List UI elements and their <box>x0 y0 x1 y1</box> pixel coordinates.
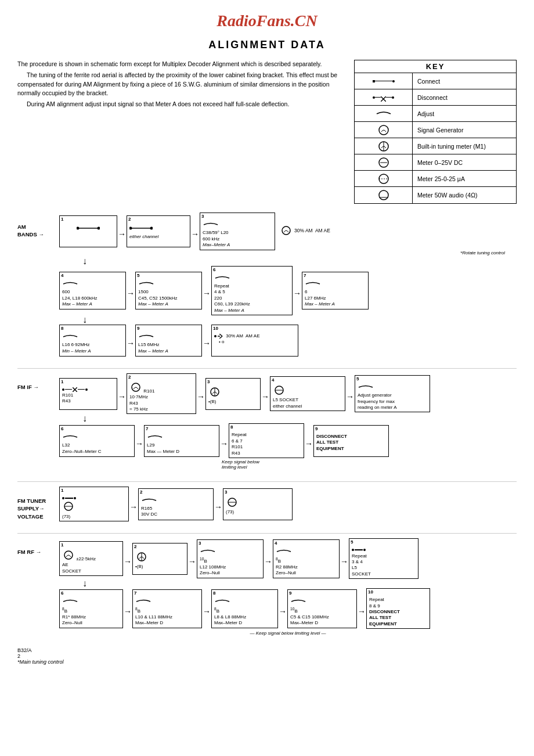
svg-point-16 <box>150 226 153 229</box>
page-footer-left: B32/A 2 *Main tuning control <box>17 647 64 665</box>
main-title: ALIGNMENT DATA <box>17 39 517 51</box>
fmrf-step-2: 2 •(B) <box>132 543 187 575</box>
fmif-step-6: 6 L32 Zero–Null–Meter C <box>59 425 135 457</box>
fmrf-step-9: 9 10B C5 & C15 108MHz Max–Meter D <box>287 589 357 628</box>
fm-rf-section: FM RF → 1 ±22·5kHz AE SOCKET → 2 <box>17 538 517 636</box>
fmif-step-8: 8 Repeat 6 & 7 R101 R43 <box>229 423 304 458</box>
fmif-step-3: 3 •(B) <box>205 378 261 410</box>
key-table: KEY Connect <box>354 60 517 204</box>
fmif-step-5: 5 Adjust generator frequency for max rea… <box>355 375 430 413</box>
fmtuner-step-2: 2 R165 30V DC <box>138 488 214 520</box>
fmrf-step-8: 8 8B L8 & L8 88MHz Max–Meter D <box>211 589 278 628</box>
fmtuner-step-3: 3 (73) <box>223 488 293 520</box>
fmrf-step-7: 7 8B L10 & L11 88MHz Max–Meter D <box>132 589 202 628</box>
svg-point-13 <box>98 226 100 229</box>
am-step-6: 6 Repeat4 & 5 220 C60, L39 220kHz Max – … <box>211 266 293 315</box>
am-step-7: 7 6 L27 6MHz Max – Meter A <box>302 272 369 309</box>
fm-if-label: FM IF → <box>17 373 59 390</box>
fmrf-step-10: 10 Repeat 8 & 9 DISCONNECTALL TESTEQUIPM… <box>366 588 430 629</box>
svg-point-15 <box>129 226 132 229</box>
am-step-3: 3 C38/59° L20600 kHz Max–Meter A <box>200 213 275 250</box>
fmrf-step-3: 3 10B L12 108MHz Zero–Null <box>197 539 264 578</box>
fm-tuner-section: FM TUNERSUPPLY→VOLTAGE 1 (73) → <box>17 487 517 521</box>
am-bands-section: AMBANDS → 1 → 2 either channel <box>17 213 517 357</box>
fmrf-step-5: 5 Repeat3 & 4 L5 SOCKET <box>349 538 418 579</box>
fm-if-section: FM IF → 1 R101 R43 <box>17 373 517 470</box>
fmtuner-step-1: 1 (73) <box>59 487 129 521</box>
svg-point-9 <box>379 190 388 200</box>
fmrf-step-4: 4 8B R2 88MHz Zero–Null <box>273 539 340 578</box>
fm-rf-label: FM RF → <box>17 538 59 555</box>
fmif-step-1: 1 R101 R43 <box>59 378 117 410</box>
fmif-step-4: 4 L5 SOCKET either channel <box>270 376 345 411</box>
am-step-4: 4 600 L24, L18 600kHz Max – Meter A <box>59 272 126 309</box>
fmif-step-9: 9 DISCONNECT ALL TEST EQUIPMENT <box>313 425 389 457</box>
am-step-2: 2 either channel <box>127 215 190 247</box>
fm-tuner-label: FM TUNERSUPPLY→VOLTAGE <box>17 487 59 520</box>
description-block: The procedure is shown in schematic form… <box>17 60 342 204</box>
am-step-5: 5 1500 C45, C52 1500kHz Max – Meter A <box>135 272 202 309</box>
site-title: RadioFans.CN <box>17 12 517 30</box>
fmrf-step-1: 1 ±22·5kHz AE SOCKET <box>59 541 123 576</box>
svg-point-12 <box>77 226 80 229</box>
am-step-1: 1 <box>59 215 117 247</box>
fmif-step-2: 2 R101 10·7MHz R43 = 75 kHz <box>127 373 196 415</box>
am-bands-label: AMBANDS → <box>17 213 59 239</box>
fmrf-step-6: 6 8B R1* 88MHz Zero–Null <box>59 589 123 628</box>
am-step-9: 9 L15 6MHz Max – Meter A <box>135 325 202 357</box>
am-step-10: 10 30% AM AM AE • o <box>211 325 298 357</box>
fmif-step-7: 7 L29 Max — Meter D <box>144 425 219 457</box>
am-step-8: 8 L16 6·92MHz Min – Meter A <box>59 325 126 357</box>
